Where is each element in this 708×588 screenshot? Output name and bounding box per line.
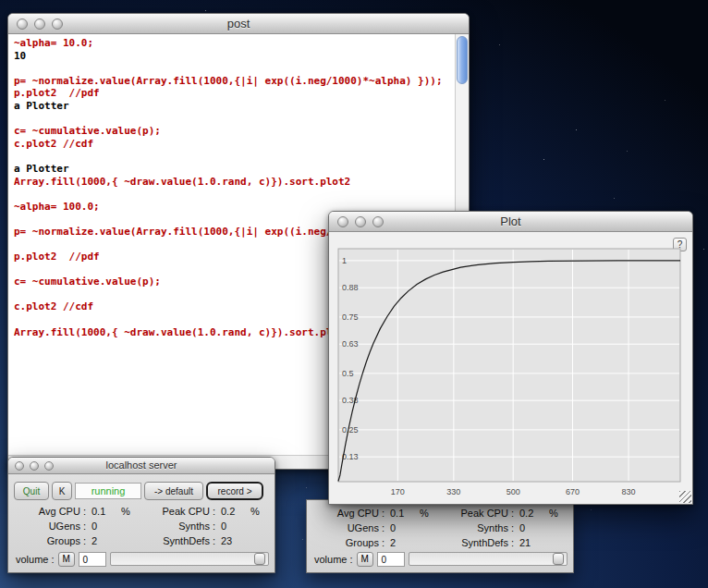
stat-value: 0 — [86, 521, 121, 532]
minimize-button[interactable] — [355, 216, 366, 227]
plot-titlebar[interactable]: Plot — [329, 212, 692, 232]
volume-label: volume : — [314, 554, 353, 565]
close-button[interactable] — [15, 461, 24, 471]
server-window-localhost: localhost server Quit K running -> defau… — [7, 457, 275, 573]
plot-content-area: ? 17033050067083010.880.750.630.50.380.2… — [329, 232, 692, 504]
post-line: a Plotter — [14, 100, 454, 113]
stat-value: 2 — [86, 535, 121, 546]
post-line: p.plot2 //pdf — [14, 87, 454, 100]
svg-text:0.13: 0.13 — [342, 452, 359, 461]
stat-label: Synths : — [134, 521, 215, 532]
server-stat-row: UGens :0Synths :0 — [16, 519, 269, 533]
svg-text:0.25: 0.25 — [342, 425, 359, 435]
svg-text:0.63: 0.63 — [342, 339, 359, 349]
post-line — [14, 113, 454, 126]
stat-value: 21 — [514, 537, 549, 548]
mute-button[interactable]: M — [357, 552, 373, 567]
svg-text:0.88: 0.88 — [342, 283, 359, 292]
post-line: p= ~normalize.value(Array.fill(1000,{|i|… — [14, 75, 454, 88]
window-controls — [17, 18, 63, 30]
svg-text:830: 830 — [621, 487, 635, 496]
kill-button[interactable]: K — [52, 482, 72, 500]
svg-text:170: 170 — [391, 487, 405, 496]
stat-value: 0 — [514, 522, 549, 533]
post-line: c= ~cumulative.value(p); — [14, 125, 454, 138]
stat-label: Peak CPU : — [134, 506, 215, 517]
post-line: c.plot2 //cdf — [14, 138, 454, 151]
server-stat-row: Groups :2SynthDefs :21 — [314, 535, 568, 550]
volume-slider[interactable] — [409, 552, 568, 566]
svg-text:1: 1 — [342, 256, 347, 265]
stat-value: 23 — [215, 535, 250, 546]
stat-label: UGens : — [16, 521, 86, 532]
stat-value: 0.2 — [514, 508, 549, 519]
record-button[interactable]: record > — [206, 482, 263, 500]
post-line: a Plotter — [14, 163, 454, 176]
server-stat-row: UGens :0Synths :0 — [314, 521, 568, 535]
stat-label: Synths : — [433, 522, 514, 533]
svg-text:0.5: 0.5 — [342, 369, 354, 378]
desktop: post ~alpha= 10.0;10 p= ~normalize.value… — [0, 0, 708, 588]
minimize-button[interactable] — [30, 461, 39, 471]
window-controls — [337, 216, 384, 227]
close-button[interactable] — [17, 18, 28, 30]
stat-label: UGens : — [314, 522, 385, 533]
svg-text:330: 330 — [446, 487, 460, 496]
server-window-secondary: Avg CPU :0.1%Peak CPU :0.2%UGens :0Synth… — [306, 499, 574, 573]
plot-canvas: 17033050067083010.880.750.630.50.380.250… — [334, 238, 688, 498]
server-stat-row: Avg CPU :0.1%Peak CPU :0.2% — [314, 506, 568, 521]
post-line — [14, 188, 454, 201]
post-line: 10 — [14, 50, 454, 63]
zoom-button[interactable] — [52, 18, 63, 30]
stat-label: Groups : — [16, 535, 86, 546]
volume-row: volume : M 0 — [314, 551, 568, 567]
minimize-button[interactable] — [34, 18, 45, 30]
stat-label: Peak CPU : — [433, 508, 514, 519]
stat-value: 0.2 — [215, 506, 250, 517]
stat-value: 2 — [385, 537, 420, 548]
stat-unit: % — [420, 508, 433, 519]
quit-button[interactable]: Quit — [14, 482, 49, 500]
make-default-button[interactable]: -> default — [144, 482, 203, 500]
stat-unit: % — [250, 506, 265, 517]
server-buttons-row: Quit K running -> default record > — [14, 482, 271, 500]
stat-label: Avg CPU : — [16, 506, 86, 517]
volume-value-field[interactable]: 0 — [79, 552, 106, 567]
zoom-button[interactable] — [44, 461, 54, 471]
close-button[interactable] — [337, 216, 348, 227]
stat-unit: % — [121, 506, 134, 517]
volume-slider-thumb[interactable] — [254, 553, 265, 565]
server-stats: Avg CPU :0.1%Peak CPU :0.2%UGens :0Synth… — [16, 504, 269, 548]
svg-text:0.75: 0.75 — [342, 312, 359, 322]
server-stats: Avg CPU :0.1%Peak CPU :0.2%UGens :0Synth… — [314, 506, 568, 550]
stat-value: 0.1 — [385, 508, 420, 519]
stat-unit: % — [549, 508, 564, 519]
server-stat-row: Groups :2SynthDefs :23 — [16, 533, 269, 548]
volume-value-field[interactable]: 0 — [377, 552, 405, 567]
vertical-scrollbar-thumb[interactable] — [457, 36, 468, 84]
resize-grip[interactable] — [679, 491, 691, 503]
post-window-title: post — [8, 14, 469, 33]
stat-label: Groups : — [314, 537, 385, 548]
volume-slider[interactable] — [110, 552, 269, 566]
stat-label: SynthDefs : — [433, 537, 514, 548]
stat-value: 0 — [215, 521, 250, 532]
mute-button[interactable]: M — [58, 552, 75, 567]
volume-slider-thumb[interactable] — [553, 553, 564, 565]
post-line: ~alpha= 10.0; — [14, 37, 454, 50]
stat-label: SynthDefs : — [134, 535, 215, 546]
post-titlebar[interactable]: post — [8, 14, 469, 34]
volume-label: volume : — [16, 554, 55, 565]
post-line — [14, 150, 454, 163]
plot-window: Plot ? 17033050067083010.880.750.630.50.… — [328, 211, 693, 505]
server-status-badge: running — [75, 483, 141, 499]
stat-value: 0.1 — [86, 506, 121, 517]
stat-label: Avg CPU : — [314, 508, 385, 519]
post-line — [14, 62, 454, 75]
volume-row: volume : M 0 — [16, 551, 269, 567]
svg-text:670: 670 — [566, 487, 580, 496]
server-stat-row: Avg CPU :0.1%Peak CPU :0.2% — [16, 504, 269, 519]
server-titlebar[interactable]: localhost server — [8, 458, 275, 474]
zoom-button[interactable] — [372, 216, 384, 227]
post-line: Array.fill(1000,{ ~draw.value(1.0.rand, … — [14, 176, 454, 189]
